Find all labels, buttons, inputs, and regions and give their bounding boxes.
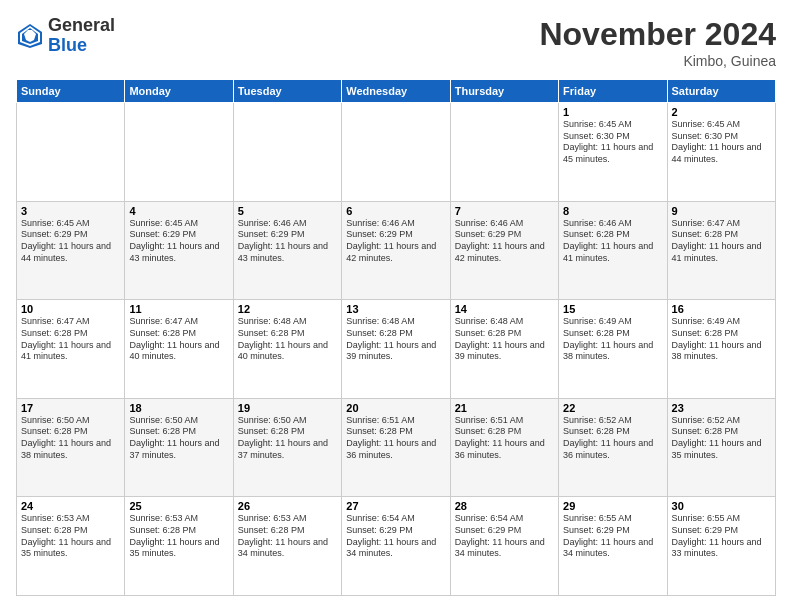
day-info: Sunrise: 6:53 AM Sunset: 6:28 PM Dayligh… [21, 513, 120, 560]
logo-text: General Blue [48, 16, 115, 56]
calendar-cell: 24Sunrise: 6:53 AM Sunset: 6:28 PM Dayli… [17, 497, 125, 596]
day-info: Sunrise: 6:45 AM Sunset: 6:30 PM Dayligh… [563, 119, 662, 166]
day-info: Sunrise: 6:54 AM Sunset: 6:29 PM Dayligh… [346, 513, 445, 560]
page: General Blue November 2024 Kimbo, Guinea… [0, 0, 792, 612]
month-title: November 2024 [539, 16, 776, 53]
day-info: Sunrise: 6:47 AM Sunset: 6:28 PM Dayligh… [21, 316, 120, 363]
calendar-cell: 26Sunrise: 6:53 AM Sunset: 6:28 PM Dayli… [233, 497, 341, 596]
day-info: Sunrise: 6:48 AM Sunset: 6:28 PM Dayligh… [346, 316, 445, 363]
day-info: Sunrise: 6:55 AM Sunset: 6:29 PM Dayligh… [563, 513, 662, 560]
day-number: 13 [346, 303, 445, 315]
calendar-cell: 22Sunrise: 6:52 AM Sunset: 6:28 PM Dayli… [559, 398, 667, 497]
day-number: 11 [129, 303, 228, 315]
calendar-header-row: Sunday Monday Tuesday Wednesday Thursday… [17, 80, 776, 103]
calendar-cell: 17Sunrise: 6:50 AM Sunset: 6:28 PM Dayli… [17, 398, 125, 497]
calendar-cell: 16Sunrise: 6:49 AM Sunset: 6:28 PM Dayli… [667, 300, 775, 399]
logo: General Blue [16, 16, 115, 56]
col-saturday: Saturday [667, 80, 775, 103]
header: General Blue November 2024 Kimbo, Guinea [16, 16, 776, 69]
calendar-cell: 28Sunrise: 6:54 AM Sunset: 6:29 PM Dayli… [450, 497, 558, 596]
calendar-cell [125, 103, 233, 202]
day-info: Sunrise: 6:50 AM Sunset: 6:28 PM Dayligh… [129, 415, 228, 462]
day-info: Sunrise: 6:47 AM Sunset: 6:28 PM Dayligh… [129, 316, 228, 363]
day-number: 7 [455, 205, 554, 217]
calendar-cell [450, 103, 558, 202]
day-number: 2 [672, 106, 771, 118]
calendar-cell: 14Sunrise: 6:48 AM Sunset: 6:28 PM Dayli… [450, 300, 558, 399]
calendar-cell: 8Sunrise: 6:46 AM Sunset: 6:28 PM Daylig… [559, 201, 667, 300]
day-number: 10 [21, 303, 120, 315]
day-number: 3 [21, 205, 120, 217]
day-info: Sunrise: 6:55 AM Sunset: 6:29 PM Dayligh… [672, 513, 771, 560]
day-number: 22 [563, 402, 662, 414]
day-number: 30 [672, 500, 771, 512]
calendar-week-1: 1Sunrise: 6:45 AM Sunset: 6:30 PM Daylig… [17, 103, 776, 202]
calendar-cell: 2Sunrise: 6:45 AM Sunset: 6:30 PM Daylig… [667, 103, 775, 202]
day-info: Sunrise: 6:51 AM Sunset: 6:28 PM Dayligh… [346, 415, 445, 462]
day-number: 25 [129, 500, 228, 512]
col-monday: Monday [125, 80, 233, 103]
day-number: 19 [238, 402, 337, 414]
calendar-cell: 1Sunrise: 6:45 AM Sunset: 6:30 PM Daylig… [559, 103, 667, 202]
day-number: 16 [672, 303, 771, 315]
calendar-table: Sunday Monday Tuesday Wednesday Thursday… [16, 79, 776, 596]
day-number: 1 [563, 106, 662, 118]
day-number: 23 [672, 402, 771, 414]
calendar-cell: 15Sunrise: 6:49 AM Sunset: 6:28 PM Dayli… [559, 300, 667, 399]
calendar-cell [342, 103, 450, 202]
day-number: 27 [346, 500, 445, 512]
calendar-cell: 4Sunrise: 6:45 AM Sunset: 6:29 PM Daylig… [125, 201, 233, 300]
logo-blue: Blue [48, 35, 87, 55]
calendar-cell [233, 103, 341, 202]
day-info: Sunrise: 6:49 AM Sunset: 6:28 PM Dayligh… [672, 316, 771, 363]
calendar-week-3: 10Sunrise: 6:47 AM Sunset: 6:28 PM Dayli… [17, 300, 776, 399]
day-info: Sunrise: 6:45 AM Sunset: 6:30 PM Dayligh… [672, 119, 771, 166]
calendar-cell: 7Sunrise: 6:46 AM Sunset: 6:29 PM Daylig… [450, 201, 558, 300]
day-number: 21 [455, 402, 554, 414]
day-number: 15 [563, 303, 662, 315]
location: Kimbo, Guinea [539, 53, 776, 69]
day-info: Sunrise: 6:53 AM Sunset: 6:28 PM Dayligh… [238, 513, 337, 560]
day-info: Sunrise: 6:51 AM Sunset: 6:28 PM Dayligh… [455, 415, 554, 462]
calendar-cell [17, 103, 125, 202]
calendar-cell: 5Sunrise: 6:46 AM Sunset: 6:29 PM Daylig… [233, 201, 341, 300]
calendar-week-4: 17Sunrise: 6:50 AM Sunset: 6:28 PM Dayli… [17, 398, 776, 497]
day-info: Sunrise: 6:52 AM Sunset: 6:28 PM Dayligh… [672, 415, 771, 462]
calendar-cell: 25Sunrise: 6:53 AM Sunset: 6:28 PM Dayli… [125, 497, 233, 596]
calendar-cell: 23Sunrise: 6:52 AM Sunset: 6:28 PM Dayli… [667, 398, 775, 497]
day-info: Sunrise: 6:46 AM Sunset: 6:29 PM Dayligh… [346, 218, 445, 265]
calendar-cell: 10Sunrise: 6:47 AM Sunset: 6:28 PM Dayli… [17, 300, 125, 399]
col-friday: Friday [559, 80, 667, 103]
day-number: 18 [129, 402, 228, 414]
day-info: Sunrise: 6:54 AM Sunset: 6:29 PM Dayligh… [455, 513, 554, 560]
day-info: Sunrise: 6:50 AM Sunset: 6:28 PM Dayligh… [238, 415, 337, 462]
calendar-cell: 19Sunrise: 6:50 AM Sunset: 6:28 PM Dayli… [233, 398, 341, 497]
calendar-cell: 11Sunrise: 6:47 AM Sunset: 6:28 PM Dayli… [125, 300, 233, 399]
day-info: Sunrise: 6:45 AM Sunset: 6:29 PM Dayligh… [129, 218, 228, 265]
day-number: 9 [672, 205, 771, 217]
calendar-cell: 6Sunrise: 6:46 AM Sunset: 6:29 PM Daylig… [342, 201, 450, 300]
logo-general: General [48, 15, 115, 35]
day-number: 29 [563, 500, 662, 512]
col-tuesday: Tuesday [233, 80, 341, 103]
day-number: 6 [346, 205, 445, 217]
day-number: 8 [563, 205, 662, 217]
calendar-week-2: 3Sunrise: 6:45 AM Sunset: 6:29 PM Daylig… [17, 201, 776, 300]
day-number: 26 [238, 500, 337, 512]
day-info: Sunrise: 6:50 AM Sunset: 6:28 PM Dayligh… [21, 415, 120, 462]
day-number: 17 [21, 402, 120, 414]
calendar-cell: 20Sunrise: 6:51 AM Sunset: 6:28 PM Dayli… [342, 398, 450, 497]
calendar-cell: 30Sunrise: 6:55 AM Sunset: 6:29 PM Dayli… [667, 497, 775, 596]
col-wednesday: Wednesday [342, 80, 450, 103]
day-info: Sunrise: 6:48 AM Sunset: 6:28 PM Dayligh… [455, 316, 554, 363]
calendar-week-5: 24Sunrise: 6:53 AM Sunset: 6:28 PM Dayli… [17, 497, 776, 596]
calendar-cell: 13Sunrise: 6:48 AM Sunset: 6:28 PM Dayli… [342, 300, 450, 399]
day-info: Sunrise: 6:45 AM Sunset: 6:29 PM Dayligh… [21, 218, 120, 265]
title-block: November 2024 Kimbo, Guinea [539, 16, 776, 69]
calendar-cell: 12Sunrise: 6:48 AM Sunset: 6:28 PM Dayli… [233, 300, 341, 399]
day-info: Sunrise: 6:49 AM Sunset: 6:28 PM Dayligh… [563, 316, 662, 363]
day-number: 14 [455, 303, 554, 315]
calendar-cell: 27Sunrise: 6:54 AM Sunset: 6:29 PM Dayli… [342, 497, 450, 596]
day-number: 28 [455, 500, 554, 512]
day-info: Sunrise: 6:46 AM Sunset: 6:29 PM Dayligh… [455, 218, 554, 265]
